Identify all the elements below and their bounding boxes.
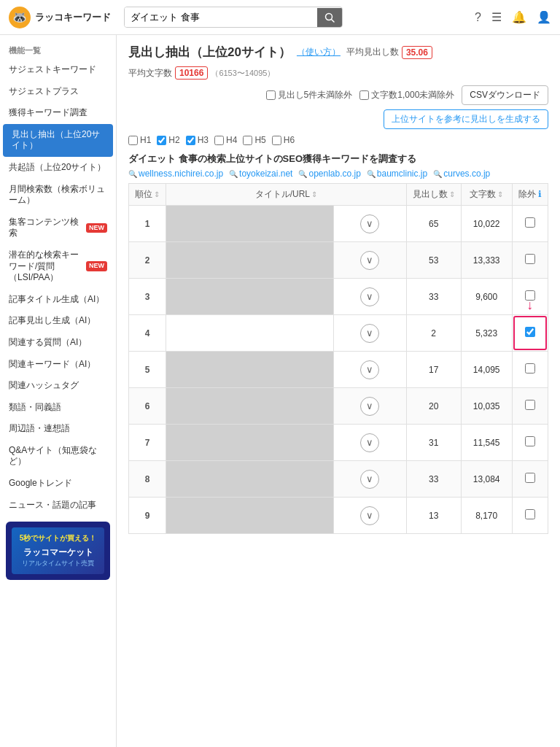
- exclude-checkbox[interactable]: [525, 436, 535, 446]
- h5-checkbox[interactable]: [243, 136, 252, 145]
- headings-count-cell: 13: [406, 498, 461, 534]
- h3-checkbox[interactable]: [186, 136, 195, 145]
- sidebar-section-title: 機能一覧: [0, 41, 116, 59]
- h3-filter[interactable]: H3: [186, 135, 209, 145]
- h2-checkbox[interactable]: [157, 136, 166, 145]
- expand-button[interactable]: ∨: [360, 214, 379, 233]
- expand-cell: ∨: [334, 461, 407, 498]
- char-count-cell: 13,333: [461, 242, 512, 279]
- bell-icon[interactable]: 🔔: [512, 10, 526, 24]
- sidebar-item-article-title-ai[interactable]: 記事タイトル生成（AI）: [0, 289, 116, 311]
- th-exclude: 除外 ℹ: [512, 184, 548, 206]
- expand-cell: ∨: [334, 242, 407, 279]
- search-input[interactable]: [125, 7, 317, 27]
- generate-headings-button[interactable]: 上位サイトを参考に見出しを生成する: [384, 109, 548, 129]
- sidebar-item-related-questions-ai[interactable]: 関連する質問（AI）: [0, 332, 116, 354]
- sidebar-item-acquired-keywords[interactable]: 獲得キーワード調査: [0, 102, 116, 124]
- gen-btn-row: 上位サイトを参考に見出しを生成する: [128, 109, 548, 129]
- sidebar-banner[interactable]: 5秒でサイトが買える！ ラッコマーケット リアルタイムサイト売買: [6, 522, 110, 580]
- sidebar-item-latent-keywords[interactable]: 潜在的な検索キーワード/質問（LSI/PAA） NEW: [0, 244, 116, 289]
- exclude-help-icon[interactable]: ℹ: [538, 189, 542, 199]
- sort-chars[interactable]: 文字数: [467, 188, 506, 201]
- seo-link-3[interactable]: openlab.co.jp: [298, 169, 360, 179]
- sidebar-item-related-keywords-ai[interactable]: 関連キーワード（AI）: [0, 354, 116, 376]
- h1-checkbox[interactable]: [128, 136, 138, 145]
- seo-link-4[interactable]: baumclinic.jp: [367, 169, 427, 179]
- user-icon[interactable]: 👤: [537, 10, 551, 24]
- table-row: 6∨2010,035: [129, 388, 548, 425]
- sidebar-item-cooccurrence[interactable]: 共起語（上位20サイト）: [0, 157, 116, 179]
- checkbox-chars[interactable]: [359, 90, 369, 100]
- sidebar-item-monthly-search[interactable]: 月間検索数（検索ボリューム）: [0, 179, 116, 212]
- exclude-checkbox[interactable]: [525, 254, 535, 264]
- sidebar-item-qa-site[interactable]: Q&Aサイト（知恵袋など）: [0, 440, 116, 473]
- expand-cell: ∨: [334, 388, 407, 425]
- expand-button[interactable]: ∨: [360, 506, 379, 525]
- checkbox-headings[interactable]: [266, 90, 276, 100]
- expand-cell: ∨: [334, 315, 407, 352]
- avg-chars-stat: 平均文字数 10166 （6153〜14095）: [128, 66, 275, 80]
- seo-link-5[interactable]: curves.co.jp: [433, 169, 490, 179]
- h1-filter[interactable]: H1: [128, 135, 151, 145]
- sort-rank[interactable]: 順位: [135, 188, 160, 201]
- search-bar: [124, 7, 343, 28]
- expand-button[interactable]: ∨: [360, 360, 379, 379]
- sidebar-item-content-search[interactable]: 集客コンテンツ検索 NEW: [0, 212, 116, 244]
- data-table: 順位 タイトル/URL 見出し数 文字数 除外 ℹ: [128, 183, 548, 534]
- search-button[interactable]: [317, 8, 342, 27]
- expand-button[interactable]: ∨: [360, 433, 379, 452]
- h5-filter[interactable]: H5: [243, 135, 265, 145]
- expand-button[interactable]: ∨: [360, 287, 379, 306]
- menu-icon[interactable]: ☰: [491, 10, 502, 24]
- h4-checkbox[interactable]: [214, 136, 224, 145]
- filter-checkbox-headings[interactable]: 見出し5件未満除外: [266, 89, 353, 101]
- sidebar-item-news[interactable]: ニュース・話題の記事: [0, 495, 116, 516]
- csv-download-button[interactable]: CSVダウンロード: [462, 85, 548, 105]
- h2-filter[interactable]: H2: [157, 135, 179, 145]
- char-count-cell: 5,323: [461, 315, 512, 352]
- h6-checkbox[interactable]: [272, 136, 281, 145]
- exclude-checkbox[interactable]: [525, 217, 535, 228]
- sidebar-item-google-trends[interactable]: Googleトレンド: [0, 473, 116, 495]
- headings-count-cell: 53: [406, 242, 461, 279]
- main-area: 機能一覧 サジェストキーワード サジェストプラス 獲得キーワード調査 見出し抽出…: [0, 35, 560, 747]
- expand-button[interactable]: ∨: [360, 251, 379, 270]
- table-row: 8∨3313,084: [129, 461, 548, 498]
- title-cell: [166, 206, 334, 242]
- seo-link-2[interactable]: toyokeizai.net: [229, 169, 292, 179]
- table-row: 9∨138,170: [129, 498, 548, 534]
- app-container: 🦝 ラッコキーワード ? ☰ 🔔 👤 機能一覧 サジェストキーワード: [0, 0, 560, 747]
- sidebar-item-article-heading-ai[interactable]: 記事見出し生成（AI）: [0, 310, 116, 332]
- title-cell: [166, 315, 334, 352]
- exclude-checkbox[interactable]: [525, 509, 535, 519]
- sidebar-item-synonyms[interactable]: 類語・同義語: [0, 397, 116, 419]
- filter-checkbox-chars[interactable]: 文字数1,000未満除外: [359, 89, 454, 101]
- exclude-checkbox[interactable]: [525, 400, 535, 410]
- h6-filter[interactable]: H6: [272, 135, 295, 145]
- exclude-checkbox[interactable]: [525, 473, 535, 483]
- expand-button[interactable]: ∨: [360, 397, 379, 416]
- exclude-checkbox-highlighted[interactable]: [525, 327, 535, 337]
- sort-headings[interactable]: 見出し数: [413, 188, 455, 201]
- seo-title: ダイエット 食事の検索上位サイトのSEO獲得キーワードを調査する: [128, 152, 548, 166]
- exclude-cell: [512, 425, 548, 461]
- expand-cell: ∨: [334, 425, 407, 461]
- headings-count-cell: 33: [406, 461, 461, 498]
- help-icon[interactable]: ?: [475, 11, 481, 24]
- h4-filter[interactable]: H4: [214, 135, 237, 145]
- arrow-down-indicator: ↓: [526, 298, 533, 313]
- exclude-checkbox[interactable]: [525, 363, 535, 374]
- expand-button[interactable]: ∨: [360, 470, 379, 489]
- expand-button[interactable]: ∨: [360, 324, 379, 343]
- seo-link-1[interactable]: wellness.nichirei.co.jp: [128, 169, 223, 179]
- rank-cell: 6: [129, 388, 166, 425]
- char-count-cell: 8,170: [461, 498, 512, 534]
- sidebar-item-suggest-keyword[interactable]: サジェストキーワード: [0, 59, 116, 81]
- sidebar-item-suggest-plus[interactable]: サジェストプラス: [0, 81, 116, 103]
- usage-link[interactable]: （使い方）: [297, 46, 341, 58]
- table-row: 5∨1714,095: [129, 352, 548, 388]
- sidebar-item-peripheral-words[interactable]: 周辺語・連想語: [0, 418, 116, 440]
- sidebar-item-hashtags[interactable]: 関連ハッシュタグ: [0, 375, 116, 397]
- sort-title[interactable]: タイトル/URL: [172, 188, 400, 201]
- sidebar-item-heading-extract[interactable]: 見出し抽出（上位20サイト）: [3, 124, 113, 157]
